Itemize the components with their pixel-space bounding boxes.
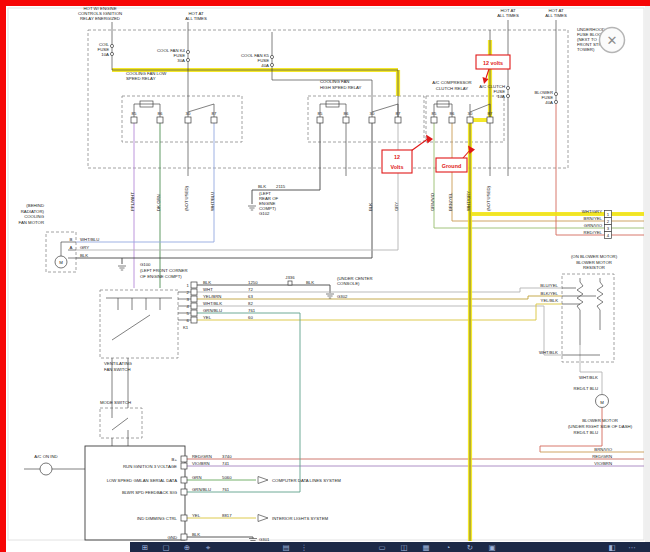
circuit-number: 2115 bbox=[276, 184, 286, 189]
wire-color-label: RED/GRN bbox=[192, 454, 212, 459]
system-ref: COMPUTER DATA LINES SYSTEM bbox=[272, 478, 341, 483]
wire-color-label: RED/LT BLU bbox=[574, 386, 598, 391]
component-name: RESISTOR bbox=[583, 265, 605, 270]
wire-color-label: YEL/BLK bbox=[541, 298, 559, 303]
circuit-number: 72 bbox=[248, 287, 253, 292]
bottom-toolbar[interactable]: ⊞ ▢ ⊕ ⌖ ▤ ⋮ ▭ ◫ ▦ ◔ ↻ ▣ ◧ ⋯ bbox=[130, 542, 650, 552]
wire-color-label: BLK bbox=[203, 280, 211, 285]
component-name: FAN MOTOR bbox=[19, 220, 44, 225]
wire-color-label: RED/GRN bbox=[592, 454, 612, 459]
annotation-text: Ground bbox=[442, 163, 461, 169]
annotation-text: Volts bbox=[391, 164, 404, 170]
wire-color-label: WHT bbox=[203, 287, 213, 292]
circuit-number: 60 bbox=[248, 315, 253, 320]
wire-color-label: WHT/BLK bbox=[203, 301, 222, 306]
location-note: (ON BLOWER MOTOR) bbox=[571, 254, 618, 259]
connector-pin-letter: B bbox=[70, 237, 73, 242]
toolbar-more-icon[interactable]: ⋯ bbox=[628, 543, 636, 552]
wire-color-label: WHT/BLK bbox=[539, 350, 558, 355]
toolbar-menu-icon[interactable]: ⋮ bbox=[300, 543, 308, 552]
toolbar-refresh-icon[interactable]: ↻ bbox=[467, 543, 473, 552]
wire-color-label: BLK bbox=[80, 253, 88, 258]
module-pin-label: RUN IGNITION 3 VOLTAGE bbox=[123, 464, 177, 469]
circuit-number: 3740 bbox=[222, 454, 232, 459]
wire-color-label: VIO/BRN bbox=[594, 461, 612, 466]
wire-color-label: (NOT USED) bbox=[486, 185, 491, 211]
circuit-number: 82 bbox=[248, 301, 253, 306]
close-icon[interactable]: ✕ bbox=[607, 33, 618, 48]
circuit-number: 1250 bbox=[248, 280, 258, 285]
wire-color-label: BLK bbox=[192, 532, 200, 537]
toolbar-zoom-in-icon[interactable]: ⊕ bbox=[184, 543, 190, 552]
toolbar-box-icon[interactable]: ▣ bbox=[488, 543, 495, 552]
relay-pin-number: 30 bbox=[186, 111, 191, 116]
wire-color-label: BLK/YEL bbox=[541, 291, 559, 296]
toolbar-split-icon[interactable]: ◫ bbox=[400, 543, 407, 552]
wire-color-label: BRN/YEL bbox=[584, 216, 603, 221]
wire-color-label: GRY bbox=[80, 245, 89, 250]
toolbar-panel-icon[interactable]: ▭ bbox=[378, 543, 385, 552]
location-note: (UNDER CENTER bbox=[337, 276, 373, 281]
circuit-number: 761 bbox=[222, 487, 230, 492]
toolbar-progress-icon[interactable]: ◔ bbox=[446, 543, 451, 552]
toolbar-contrast-icon[interactable]: ◧ bbox=[608, 543, 615, 552]
wire-color-label: BLU/YEL bbox=[540, 283, 558, 288]
fuse-label: 10A bbox=[497, 94, 505, 99]
system-ref: INTERIOR LIGHTS SYSTEM bbox=[272, 516, 329, 521]
wire-color-label: WHT/BLU bbox=[210, 192, 215, 211]
hot-label: ALL TIMES bbox=[185, 16, 207, 21]
wire-color-label: BLK bbox=[368, 203, 373, 211]
component-name: MODE SWITCH bbox=[100, 400, 131, 405]
fuse-label: 10A bbox=[101, 52, 109, 57]
toolbar-table-icon[interactable]: ▦ bbox=[422, 543, 429, 552]
toolbar-frame-icon[interactable]: ▢ bbox=[162, 543, 169, 552]
scrollbar-track[interactable] bbox=[645, 6, 650, 552]
relay-pin-number: 86 bbox=[158, 111, 163, 116]
hot-label: ALL TIMES bbox=[497, 13, 519, 18]
wire-color-label: WHT/BLU bbox=[80, 237, 99, 242]
relay-pin-number: 30 bbox=[370, 111, 375, 116]
component-name: COOLING bbox=[24, 214, 44, 219]
motor-letter: M bbox=[600, 400, 604, 405]
wire-color-label: BRN/YEL bbox=[448, 192, 453, 211]
wire-color-label: VIO/BRN bbox=[192, 461, 210, 466]
hot-label: RELAY ENERGIZED bbox=[80, 16, 120, 21]
module-pin-label: B+ bbox=[172, 457, 178, 462]
close-button[interactable]: ✕ bbox=[600, 28, 625, 53]
fuse-label: 40A bbox=[545, 100, 553, 105]
wire-color-label: GRN/VIO bbox=[430, 192, 435, 211]
component-name: VENTILATING bbox=[104, 361, 133, 366]
relay-name: CLUTCH RELAY bbox=[436, 86, 469, 91]
circuit-number: 5060 bbox=[222, 475, 232, 480]
wire-color-label: WHT/GRY bbox=[466, 191, 471, 211]
red-border-top bbox=[0, 0, 650, 6]
toolbar-grid-icon[interactable]: ⊞ bbox=[142, 543, 148, 552]
module-pin-label: LOW SPEED GMLAN SERIAL DATA bbox=[107, 478, 177, 483]
toolbar-rows-icon[interactable]: ▤ bbox=[282, 543, 289, 552]
wire-color-label: WHT/GRY bbox=[582, 209, 602, 214]
relay-pin-number: 85 bbox=[432, 111, 437, 116]
location-note: RADIATOR) bbox=[21, 209, 45, 214]
circuit-number: 8817 bbox=[222, 513, 232, 518]
relay-pin-number: 87 bbox=[396, 111, 401, 116]
circuit-number: 761 bbox=[248, 308, 256, 313]
wire-color-label: PPL/WHT bbox=[130, 192, 135, 211]
fuse-label: 30A bbox=[177, 58, 185, 63]
motor-letter: M bbox=[59, 260, 63, 265]
junction-id: J336 bbox=[285, 275, 295, 280]
wire-color-label: RED/LT BLU bbox=[574, 430, 598, 435]
hot-label: ALL TIMES bbox=[545, 13, 567, 18]
component-name: BLOWER MOTOR bbox=[576, 260, 612, 265]
relay-pin-number: 87 bbox=[212, 111, 217, 116]
fuse-label: 40A bbox=[261, 63, 269, 68]
wire-color-label: (NOT USED) bbox=[184, 185, 189, 211]
annotation-text: 12 bbox=[394, 154, 400, 160]
wire-color-label: BRN/VIO bbox=[594, 447, 612, 452]
relay-name: SPEED RELAY bbox=[126, 76, 156, 81]
location-note: CONSOLE) bbox=[337, 281, 360, 286]
wire-color-label: GRN/BLU bbox=[192, 487, 211, 492]
module-pin-label: BLWR SPD FEEDBACK SIG bbox=[122, 490, 178, 495]
wire-color-label: RED/YEL bbox=[584, 230, 603, 235]
connector-pin-letter: A bbox=[70, 245, 73, 250]
location-note: (LEFT FRONT CORNER bbox=[140, 268, 188, 273]
